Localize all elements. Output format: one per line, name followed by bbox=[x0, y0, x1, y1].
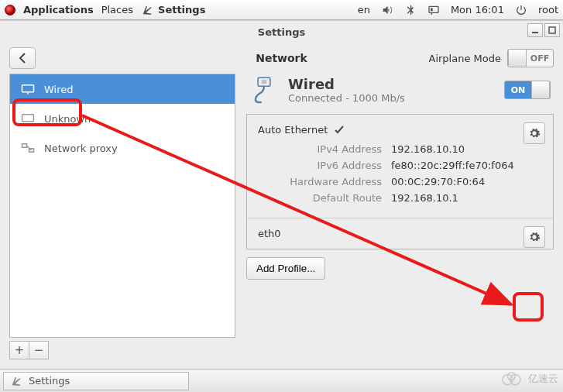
sidebar-item-wired[interactable]: Wired bbox=[10, 74, 235, 104]
switch-on-label: ON bbox=[505, 85, 531, 95]
volume-icon[interactable] bbox=[381, 4, 393, 16]
sidebar-item-unknown[interactable]: Unknown bbox=[10, 104, 235, 133]
remove-connection-button[interactable]: − bbox=[29, 341, 49, 359]
route-label: Default Route bbox=[258, 192, 382, 204]
taskbar: Settings bbox=[0, 369, 563, 392]
clock[interactable]: Mon 16:01 bbox=[451, 4, 504, 15]
active-app-indicator[interactable]: Settings bbox=[141, 4, 205, 16]
sidebar-item-label: Wired bbox=[44, 84, 74, 95]
power-icon[interactable] bbox=[515, 4, 527, 16]
switch-off-label: OFF bbox=[527, 53, 553, 64]
sidebar-item-proxy[interactable]: Network proxy bbox=[10, 133, 235, 163]
svg-rect-4 bbox=[549, 27, 555, 33]
settings-subheader: Network Airplane Mode OFF bbox=[0, 43, 563, 74]
back-button[interactable] bbox=[9, 47, 36, 69]
airplane-mode-switch[interactable]: OFF bbox=[507, 49, 554, 67]
connection-details-pane: Wired Connected - 1000 Mb/s ON Auto Ethe… bbox=[246, 74, 554, 359]
window-titlebar: Settings bbox=[0, 21, 563, 43]
ipv4-value: 192.168.10.10 bbox=[391, 143, 465, 155]
route-value: 192.168.10.1 bbox=[391, 192, 458, 204]
sidebar-item-label: Unknown bbox=[44, 113, 91, 125]
sidebar-list: Wired Unknown Network proxy bbox=[9, 74, 235, 338]
wired-connection-icon bbox=[249, 75, 279, 105]
svg-rect-12 bbox=[262, 80, 266, 84]
proxy-icon bbox=[21, 143, 35, 153]
settings-task-icon bbox=[10, 375, 22, 387]
svg-rect-0 bbox=[429, 6, 438, 12]
settings-window: Settings Network Airplane Mode OFF Wired bbox=[0, 20, 563, 369]
connection-title: Wired bbox=[288, 76, 405, 92]
svg-rect-5 bbox=[22, 85, 34, 92]
gear-icon bbox=[528, 231, 541, 243]
airplane-mode-label: Airplane Mode bbox=[429, 53, 501, 64]
interface-settings-button[interactable] bbox=[524, 226, 545, 248]
active-check-icon bbox=[334, 125, 345, 136]
panel-heading: Network bbox=[256, 52, 307, 64]
keyboard-layout-indicator[interactable]: en bbox=[358, 4, 370, 15]
hw-value: 00:0C:29:70:F0:64 bbox=[391, 176, 485, 187]
connection-info-box: Auto Ethernet IPv4 Address192.168.10.10 … bbox=[246, 114, 554, 249]
window-maximize-button[interactable] bbox=[544, 23, 560, 37]
distro-logo-icon bbox=[5, 5, 15, 15]
user-menu[interactable]: root bbox=[538, 4, 558, 15]
watermark-text: 亿速云 bbox=[528, 372, 558, 386]
svg-rect-7 bbox=[22, 115, 34, 122]
switch-knob bbox=[531, 81, 550, 98]
window-title: Settings bbox=[258, 26, 305, 38]
taskbar-item-settings[interactable]: Settings bbox=[3, 372, 189, 390]
profile-section: Auto Ethernet IPv4 Address192.168.10.10 … bbox=[247, 115, 553, 218]
ipv6-label: IPv6 Address bbox=[258, 160, 382, 171]
sidebar-item-label: Network proxy bbox=[44, 143, 118, 154]
unknown-network-icon bbox=[21, 113, 35, 124]
add-profile-button[interactable]: Add Profile... bbox=[246, 257, 325, 280]
interface-name: eth0 bbox=[258, 228, 281, 239]
gear-icon bbox=[528, 127, 541, 139]
watermark: 亿速云 bbox=[499, 370, 558, 387]
add-connection-button[interactable]: + bbox=[9, 341, 29, 359]
profile-name: Auto Ethernet bbox=[258, 124, 328, 136]
chevron-left-icon bbox=[18, 53, 27, 64]
top-panel: Applications Places Settings en Mon 16:0… bbox=[0, 0, 563, 20]
connection-status: Connected - 1000 Mb/s bbox=[288, 92, 405, 104]
active-app-label: Settings bbox=[158, 4, 205, 15]
ipv4-label: IPv4 Address bbox=[258, 143, 382, 155]
menu-applications[interactable]: Applications bbox=[23, 4, 94, 15]
network-status-icon[interactable] bbox=[427, 4, 440, 16]
taskbar-item-label: Settings bbox=[29, 375, 70, 387]
wired-network-icon bbox=[21, 84, 35, 95]
settings-app-icon bbox=[141, 4, 153, 16]
bluetooth-icon[interactable] bbox=[404, 4, 417, 16]
network-sidebar: Wired Unknown Network proxy + − bbox=[9, 74, 235, 359]
profile-settings-button[interactable] bbox=[524, 122, 545, 144]
connection-enable-switch[interactable]: ON bbox=[504, 81, 551, 99]
hw-label: Hardware Address bbox=[258, 176, 382, 187]
menu-places[interactable]: Places bbox=[101, 4, 133, 15]
interface-section: eth0 bbox=[247, 218, 553, 249]
window-minimize-button[interactable] bbox=[527, 23, 543, 37]
svg-rect-8 bbox=[22, 144, 27, 148]
svg-rect-1 bbox=[431, 8, 433, 11]
switch-knob bbox=[508, 50, 527, 67]
ipv6-value: fe80::20c:29ff:fe70:f064 bbox=[391, 160, 514, 171]
